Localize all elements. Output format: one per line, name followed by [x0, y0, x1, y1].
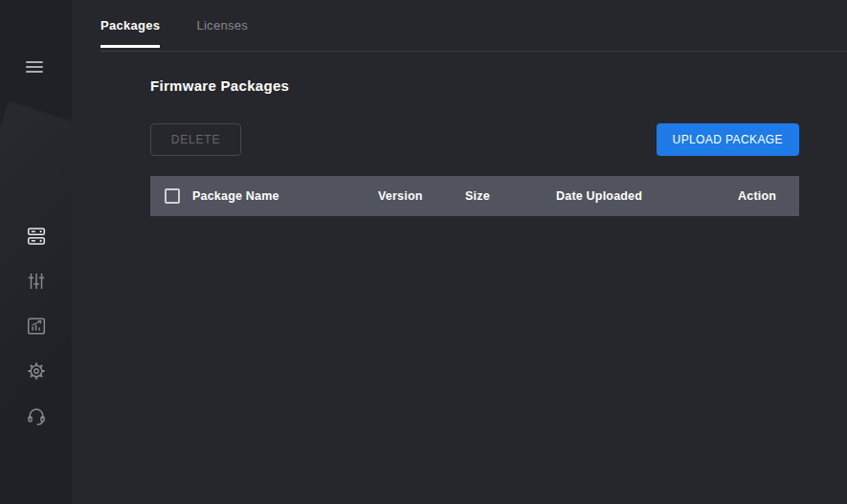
tab-packages[interactable]: Packages — [100, 18, 160, 49]
active-tab-underline — [100, 45, 160, 48]
table-header-row: Package Name Version Size Date Uploaded … — [150, 176, 799, 216]
actions-row: DELETE UPLOAD PACKAGE — [150, 123, 799, 156]
sidebar — [0, 0, 72, 504]
page-title: Firmware Packages — [150, 77, 799, 94]
column-header-package-name: Package Name — [192, 189, 378, 203]
sidebar-item-settings[interactable] — [19, 361, 54, 381]
bar-chart-icon — [27, 317, 46, 336]
content: Firmware Packages DELETE UPLOAD PACKAGE … — [72, 55, 847, 226]
sidebar-item-support[interactable] — [19, 405, 54, 426]
packages-table: Package Name Version Size Date Uploaded … — [150, 176, 799, 226]
table-body-empty — [150, 216, 799, 226]
tab-packages-label: Packages — [100, 18, 160, 33]
column-header-date-uploaded: Date Uploaded — [556, 189, 738, 203]
headset-icon — [27, 406, 46, 426]
sidebar-nav — [0, 226, 72, 426]
sidebar-item-reports[interactable] — [19, 316, 54, 336]
column-header-action: Action — [738, 189, 800, 203]
tab-licenses-label: Licenses — [196, 18, 248, 33]
delete-button[interactable]: DELETE — [150, 123, 241, 156]
select-all-checkbox[interactable] — [165, 188, 180, 204]
hamburger-menu-icon[interactable] — [26, 61, 43, 76]
firmware-packages-page: Packages Licenses Firmware Packages DELE… — [0, 0, 847, 504]
tab-bar-divider — [100, 51, 847, 52]
gear-icon — [27, 362, 46, 381]
upload-package-button[interactable]: UPLOAD PACKAGE — [657, 123, 799, 156]
sidebar-item-devices[interactable] — [19, 226, 54, 246]
column-header-size: Size — [465, 189, 556, 203]
sliders-icon — [27, 272, 46, 291]
sidebar-item-configuration[interactable] — [19, 271, 54, 291]
tab-bar: Packages Licenses — [72, 0, 847, 55]
main-area: Packages Licenses Firmware Packages DELE… — [72, 0, 847, 504]
server-icon — [27, 227, 46, 246]
tab-licenses[interactable]: Licenses — [196, 18, 248, 49]
column-header-version: Version — [378, 189, 465, 203]
